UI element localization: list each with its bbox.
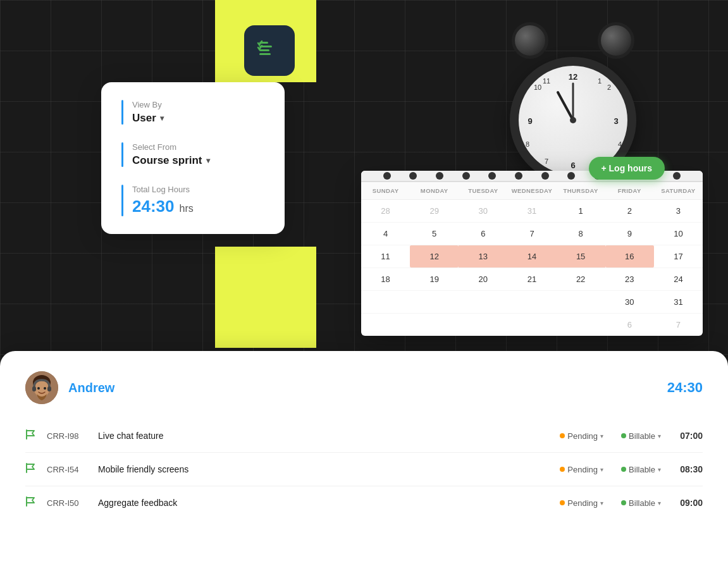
total-hours-section: Total Log Hours 24:30 hrs (121, 185, 264, 216)
yellow-accent-mid (215, 247, 316, 348)
cal-cell: 28 (361, 200, 410, 222)
svg-text:6: 6 (571, 161, 575, 170)
cal-cell (459, 314, 507, 336)
svg-text:9: 9 (527, 116, 532, 126)
view-by-chevron-icon: ▾ (160, 114, 164, 123)
cal-cell (507, 291, 556, 313)
svg-text:2: 2 (607, 83, 611, 91)
total-hours-value: 24:30 (132, 197, 175, 216)
status-label: Pending (567, 498, 598, 508)
svg-line-16 (558, 92, 573, 120)
cal-cell: 5 (410, 223, 459, 245)
status-badge[interactable]: Pending ▾ (560, 431, 603, 441)
view-by-value[interactable]: User ▾ (132, 112, 164, 125)
day-header-wed: WEDNESDAY (507, 182, 556, 199)
billable-dot (621, 500, 626, 505)
day-header-fri: FRIDAY (605, 182, 654, 199)
cal-cell-highlighted: 14 (507, 245, 556, 268)
svg-rect-24 (32, 386, 36, 391)
svg-point-23 (44, 387, 46, 390)
user-name: Andrew (68, 381, 114, 395)
status-badge[interactable]: Pending ▾ (560, 465, 603, 474)
blue-bar (121, 100, 123, 125)
cal-cell-highlighted: 16 (605, 245, 654, 268)
cal-cell: 9 (605, 223, 654, 245)
cal-cell: 23 (605, 268, 654, 290)
cal-cell (459, 291, 507, 313)
cal-cell: 7 (507, 223, 556, 245)
flag-icon (25, 429, 37, 442)
cal-cell: 11 (361, 245, 410, 268)
cal-cell: 1 (557, 200, 605, 222)
billable-chevron-icon: ▾ (658, 433, 661, 440)
task-time: 07:00 (671, 431, 703, 441)
status-chevron-icon: ▾ (600, 466, 603, 473)
pending-dot (560, 467, 565, 472)
day-header-sun: SUNDAY (361, 182, 410, 199)
cal-cell (557, 314, 605, 336)
user-header: Andrew 24:30 (25, 371, 703, 404)
svg-rect-2 (259, 49, 269, 51)
billable-dot (621, 467, 626, 472)
checklist-icon (257, 39, 282, 62)
task-row: CRR-I54 Mobile friendly screens Pending … (25, 453, 703, 486)
cal-cell-highlighted: 15 (557, 245, 605, 268)
status-badge[interactable]: Pending ▾ (560, 498, 603, 508)
log-hours-label[interactable]: + Log hours (589, 157, 665, 180)
log-hours-button[interactable]: + Log hours (589, 157, 665, 180)
cal-cell: 20 (459, 268, 507, 290)
status-chevron-icon: ▾ (600, 433, 603, 440)
svg-text:4: 4 (618, 140, 622, 148)
status-chevron-icon: ▾ (600, 500, 603, 507)
cal-cell-highlighted: 12 (410, 245, 459, 268)
pending-dot (560, 500, 565, 505)
cal-cell: 2 (605, 200, 654, 222)
calendar-week-1: 28 29 30 31 1 2 3 (361, 200, 703, 223)
control-panel: View By User ▾ Select From Course sprint… (101, 82, 285, 234)
cal-cell: 17 (654, 245, 703, 268)
task-row: CRR-I50 Aggregate feedback Pending ▾ Bil… (25, 486, 703, 519)
cal-cell (410, 291, 459, 313)
billable-chevron-icon: ▾ (658, 466, 661, 473)
flag-icon (25, 463, 37, 476)
cal-cell: 24 (654, 268, 703, 290)
cal-cell: 8 (557, 223, 605, 245)
status-label: Pending (567, 465, 598, 474)
billable-badge[interactable]: Billable ▾ (621, 465, 661, 474)
cal-cell: 31 (654, 291, 703, 313)
billable-badge[interactable]: Billable ▾ (621, 498, 661, 508)
cal-cell (507, 314, 556, 336)
blue-bar-2 (121, 142, 123, 167)
svg-text:8: 8 (526, 140, 529, 148)
task-name: Mobile friendly screens (98, 464, 550, 474)
cal-cell (361, 314, 410, 336)
calendar-week-3: 11 12 13 14 15 16 17 (361, 245, 703, 268)
view-by-section: View By User ▾ (121, 100, 264, 125)
svg-text:10: 10 (534, 83, 541, 91)
task-name: Aggregate feedback (98, 498, 550, 508)
cal-cell-highlighted: 13 (459, 245, 507, 268)
user-info: Andrew (25, 371, 114, 404)
cal-cell: 18 (361, 268, 410, 290)
task-time: 09:00 (671, 498, 703, 508)
billable-badge[interactable]: Billable ▾ (621, 431, 661, 441)
select-from-label: Select From (132, 142, 210, 152)
cal-cell: 4 (361, 223, 410, 245)
task-list: CRR-I98 Live chat feature Pending ▾ Bill… (25, 419, 703, 519)
cal-cell: 30 (605, 291, 654, 313)
select-from-value[interactable]: Course sprint ▾ (132, 154, 210, 167)
svg-text:11: 11 (543, 77, 550, 85)
total-hours-label: Total Log Hours (132, 185, 194, 194)
bell-left-icon (512, 22, 548, 59)
svg-point-22 (37, 387, 40, 390)
blue-bar-3 (121, 185, 123, 216)
select-from-section: Select From Course sprint ▾ (121, 142, 264, 167)
svg-text:12: 12 (569, 72, 577, 82)
cal-cell (361, 291, 410, 313)
day-header-thu: THURSDAY (557, 182, 605, 199)
view-by-label: View By (132, 100, 164, 109)
checklist-icon-box (244, 25, 295, 76)
cal-cell: 30 (459, 200, 507, 222)
calendar-body: 28 29 30 31 1 2 3 4 5 6 7 8 9 10 11 12 1… (361, 200, 703, 336)
svg-rect-3 (259, 53, 271, 55)
